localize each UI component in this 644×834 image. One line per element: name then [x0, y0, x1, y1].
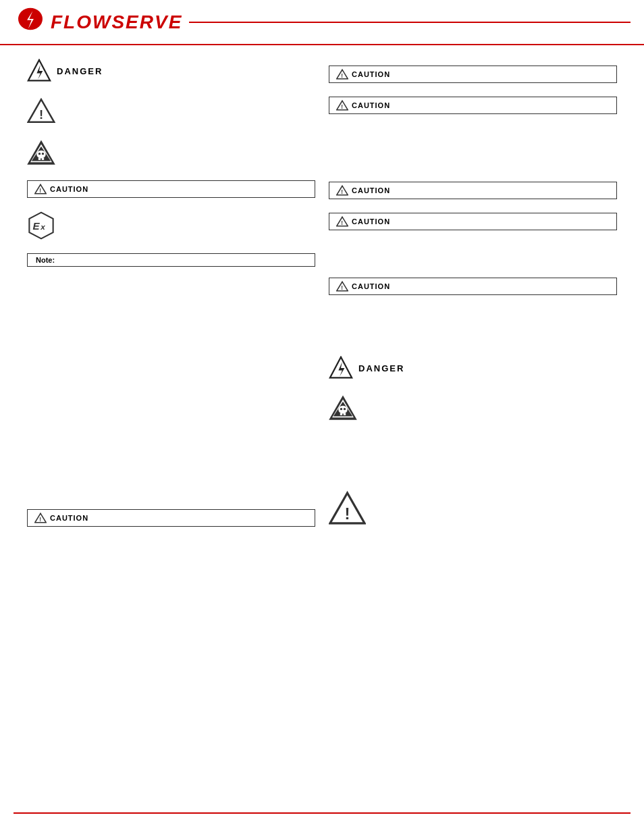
- svg-text:!: !: [39, 188, 42, 194]
- svg-point-36: [338, 406, 347, 414]
- caution-badge-r2: ! CAUTION: [329, 97, 617, 114]
- caution-section-bottom-left: ! CAUTION: [27, 496, 315, 527]
- caution-triangle-icon-r5: !: [336, 280, 348, 292]
- caution-triangle-icon-r3: !: [336, 184, 348, 197]
- logo: FLOWSERVE: [14, 7, 182, 37]
- left-column: DANGER !: [27, 59, 315, 527]
- svg-rect-38: [344, 413, 346, 415]
- svg-rect-10: [38, 158, 41, 160]
- svg-text:!: !: [39, 517, 42, 523]
- ex-symbol-icon: E x: [27, 211, 55, 240]
- svg-text:!: !: [345, 504, 350, 523]
- svg-text:!: !: [341, 73, 344, 79]
- caution-section-left: ! CAUTION: [27, 180, 315, 198]
- caution-triangle-icon-r4: !: [336, 215, 348, 228]
- caution-triangle-icon-bottom-left: !: [34, 512, 47, 524]
- warning-triangle-icon: !: [27, 97, 55, 125]
- hazmat-icon: [27, 138, 55, 167]
- caution-label-r4: CAUTION: [352, 217, 390, 226]
- svg-rect-37: [340, 413, 342, 415]
- danger-section-right: DANGER: [329, 356, 617, 380]
- flowserve-logo-icon: [14, 7, 47, 37]
- caution-label-bottom-left: CAUTION: [50, 514, 88, 522]
- caution-label-left: CAUTION: [50, 185, 88, 193]
- svg-text:!: !: [341, 220, 344, 226]
- svg-text:!: !: [341, 104, 344, 110]
- note-section-left: Note:: [27, 253, 315, 267]
- svg-text:!: !: [341, 285, 344, 291]
- footer-divider: [14, 812, 630, 814]
- danger-section-left: DANGER: [27, 59, 315, 83]
- caution-label-r1: CAUTION: [352, 70, 390, 78]
- caution-section-r1: ! CAUTION: [329, 66, 617, 83]
- svg-point-13: [42, 153, 44, 155]
- note-badge: Note:: [27, 253, 315, 267]
- svg-text:!: !: [39, 107, 43, 122]
- ex-section-left: E x: [27, 211, 315, 240]
- danger-label-right: DANGER: [358, 363, 404, 373]
- header-divider: [189, 22, 630, 23]
- warning-triangle-large-icon-right: !: [329, 490, 366, 527]
- caution-badge-r5: ! CAUTION: [329, 278, 617, 295]
- warning-section-left: !: [27, 97, 315, 125]
- svg-rect-11: [42, 158, 44, 160]
- svg-point-12: [38, 153, 41, 155]
- caution-triangle-icon-r1: !: [336, 68, 348, 80]
- caution-section-r2: ! CAUTION: [329, 97, 617, 114]
- note-label: Note:: [36, 256, 55, 264]
- svg-marker-3: [36, 65, 43, 80]
- caution-badge-r1: ! CAUTION: [329, 66, 617, 83]
- danger-badge-left: DANGER: [27, 59, 315, 83]
- caution-triangle-icon-left: !: [34, 183, 47, 195]
- caution-badge-r4: ! CAUTION: [329, 213, 617, 230]
- page-header: FLOWSERVE: [0, 0, 644, 45]
- svg-point-40: [344, 408, 346, 410]
- caution-label-r3: CAUTION: [352, 186, 390, 194]
- caution-badge-bottom-left: ! CAUTION: [27, 509, 315, 527]
- warning-large-section-right: !: [329, 490, 617, 527]
- danger-lightning-icon-right: [329, 356, 353, 380]
- svg-text:!: !: [341, 189, 344, 195]
- danger-lightning-icon: [27, 59, 51, 83]
- svg-point-39: [340, 408, 342, 410]
- caution-label-r2: CAUTION: [352, 101, 390, 109]
- caution-section-r3: ! CAUTION: [329, 182, 617, 199]
- svg-point-9: [36, 151, 45, 159]
- hazmat-section-left: [27, 138, 315, 167]
- main-content: DANGER !: [0, 52, 644, 533]
- caution-badge-r3: ! CAUTION: [329, 182, 617, 199]
- svg-text:x: x: [40, 222, 45, 231]
- caution-triangle-icon-r2: !: [336, 99, 348, 111]
- svg-marker-32: [338, 362, 344, 377]
- hazmat-icon-right: [329, 394, 357, 422]
- caution-badge-left: ! CAUTION: [27, 180, 315, 198]
- caution-section-r4: ! CAUTION: [329, 213, 617, 230]
- caution-label-r5: CAUTION: [352, 282, 390, 290]
- danger-label: DANGER: [57, 66, 103, 76]
- right-column: ! CAUTION ! CAUTION !: [329, 59, 617, 527]
- logo-text: FLOWSERVE: [51, 11, 182, 33]
- svg-text:E: E: [32, 220, 40, 232]
- danger-badge-right: DANGER: [329, 356, 617, 380]
- hazmat-section-right: [329, 394, 617, 422]
- caution-section-r5: ! CAUTION: [329, 278, 617, 295]
